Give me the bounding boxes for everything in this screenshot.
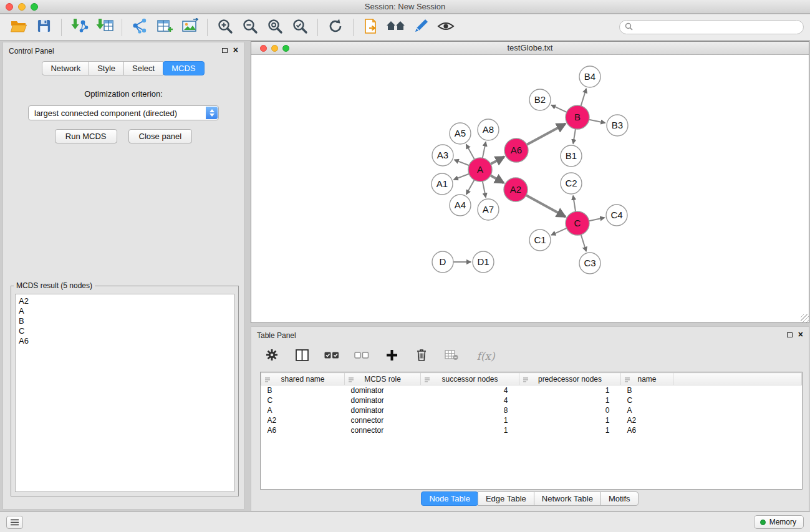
minimize-window-button[interactable] [271,45,278,52]
new-table-button[interactable] [152,17,177,38]
show-columns-button[interactable] [294,348,310,364]
graph-edge-A-A3[interactable] [455,160,470,165]
graph-edge-A-A1[interactable] [454,174,470,180]
delete-row-button[interactable] [413,348,430,364]
paste-button[interactable] [359,17,383,38]
mcds-result-item[interactable]: B [19,316,231,326]
tab-style[interactable]: Style [89,61,124,75]
tab-mcds[interactable]: MCDS [163,61,204,75]
graph-node-C2[interactable]: C2 [561,173,582,194]
graph-node-C1[interactable]: C1 [529,230,551,251]
mcds-result-item[interactable]: C [19,326,231,336]
mcds-result-item[interactable]: A2 [19,296,231,306]
delete-table-button[interactable] [443,348,460,364]
mcds-result-item[interactable]: A6 [19,336,231,346]
mcds-result-item[interactable]: A [19,306,231,316]
graph-node-B[interactable]: B [566,105,589,129]
tab-motifs[interactable]: Motifs [600,491,639,506]
search-field[interactable] [619,20,804,34]
graph-edge-C-C3[interactable] [581,235,586,251]
graph-node-C4[interactable]: C4 [606,205,627,226]
graph-edge-A-A2[interactable] [491,175,504,183]
graph-edge-A6-B[interactable] [527,123,566,144]
deselect-all-button[interactable] [354,348,370,364]
graph-node-A1[interactable]: A1 [432,173,453,195]
show-hide-button[interactable] [433,17,458,38]
zoom-selected-button[interactable] [287,17,312,38]
task-history-button[interactable] [6,516,23,529]
table-row[interactable]: Bdominator41B [261,385,802,395]
add-row-button[interactable] [383,348,400,364]
graph-node-A3[interactable]: A3 [432,145,453,166]
function-builder-button[interactable]: f(x) [473,348,498,364]
close-window-button[interactable] [6,3,13,11]
optimization-criterion-dropdown[interactable]: largest connected component (directed) [28,105,219,120]
graph-edge-B-B1[interactable] [573,129,576,143]
graph-edge-A-A7[interactable] [483,181,486,198]
export-image-button[interactable] [177,17,202,38]
graph-node-A8[interactable]: A8 [478,119,499,140]
column-header-successor-nodes[interactable]: successor nodes [421,373,519,385]
graph-node-B4[interactable]: B4 [579,66,600,87]
tab-node-table[interactable]: Node Table [421,491,478,506]
float-panel-icon[interactable] [222,48,228,53]
graph-edge-C-C4[interactable] [589,218,605,221]
zoom-window-button[interactable] [282,45,289,52]
graph-edge-A-A4[interactable] [466,180,475,195]
zoom-out-button[interactable] [238,17,263,38]
graph-node-A4[interactable]: A4 [450,195,471,216]
memory-button[interactable]: Memory [754,515,804,529]
column-header-name[interactable]: name [621,373,673,385]
graph-edge-B-B2[interactable] [551,105,567,112]
import-table-button[interactable] [92,17,117,38]
column-header-mcds-role[interactable]: MCDS role [345,373,421,385]
graph-edge-A-A8[interactable] [483,142,486,158]
graph-node-C3[interactable]: C3 [579,253,600,274]
graph-edge-A-A6[interactable] [491,157,504,164]
graph-node-D1[interactable]: D1 [473,251,494,273]
apply-layout-button[interactable] [323,17,348,38]
mcds-result-list[interactable]: A2ABCA6 [15,294,234,492]
graph-node-B1[interactable]: B1 [561,145,582,167]
graph-node-A7[interactable]: A7 [478,199,499,220]
save-session-button[interactable] [31,17,56,38]
tab-edge-table[interactable]: Edge Table [478,491,534,506]
close-window-button[interactable] [260,45,267,52]
style-button[interactable] [408,17,433,38]
graph-node-A6[interactable]: A6 [504,138,528,162]
zoom-in-button[interactable] [213,17,238,38]
tab-select[interactable]: Select [123,61,163,75]
graph-edge-B-B3[interactable] [589,120,605,123]
graph-node-A5[interactable]: A5 [450,123,471,144]
close-panel-icon[interactable]: × [798,331,803,338]
table-row[interactable]: Adominator80A [261,405,802,415]
column-header-shared-name[interactable]: shared name [261,373,345,385]
column-header-predecessor-nodes[interactable]: predecessor nodes [519,373,621,385]
tab-network[interactable]: Network [42,61,89,75]
home-button[interactable] [383,17,408,38]
graph-edge-C-C1[interactable] [551,228,566,235]
close-panel-button[interactable]: Close panel [128,129,193,143]
graph-node-A[interactable]: A [468,158,492,181]
import-network-button[interactable] [67,17,92,38]
zoom-fit-button[interactable] [263,17,287,38]
graph-node-C[interactable]: C [566,211,589,235]
network-canvas[interactable]: B4B2BB3A5A8A6A3B1AC2A1A2A4A7C4CC1C3DD1 [251,56,809,322]
graph-node-B2[interactable]: B2 [529,89,551,110]
select-all-button[interactable] [324,348,340,364]
minimize-window-button[interactable] [18,3,26,11]
table-row[interactable]: A6connector11A6 [261,425,802,435]
graph-node-D[interactable]: D [432,251,453,273]
table-row[interactable]: A2connector11A2 [261,415,802,425]
new-network-button[interactable] [127,17,152,38]
graph-edge-B-B4[interactable] [581,89,587,106]
run-mcds-button[interactable]: Run MCDS [55,129,117,143]
float-panel-icon[interactable] [787,332,793,337]
table-settings-button[interactable] [264,348,280,364]
open-session-button[interactable] [6,17,31,38]
search-input[interactable] [636,23,798,32]
tab-network-table[interactable]: Network Table [534,491,601,506]
resize-grip[interactable] [801,314,809,322]
table-row[interactable]: Cdominator41C [261,395,802,405]
graph-edge-A2-C[interactable] [526,195,566,216]
